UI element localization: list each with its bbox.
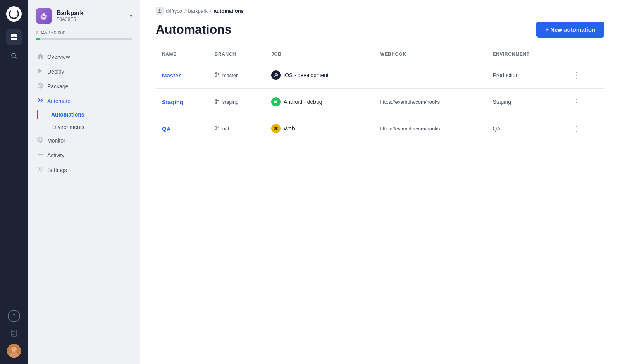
icon-rail: ? [0, 0, 28, 364]
usage-text: 2,345 / 50,000 [36, 30, 132, 36]
search-icon[interactable] [6, 48, 22, 64]
sidebar-item-automate[interactable]: Automate [33, 94, 135, 108]
job-label-1: Android - debug [284, 99, 322, 105]
svg-rect-2 [11, 38, 14, 40]
usage-bar [36, 38, 132, 40]
cell-environment-1: Staging [487, 89, 563, 115]
svg-rect-25 [38, 153, 43, 153]
svg-rect-3 [14, 38, 17, 40]
col-header-branch: BRANCH [208, 47, 265, 62]
svg-line-20 [40, 84, 43, 86]
webhook-dash-0: — [380, 72, 385, 78]
workspace-dropdown-chevron[interactable]: ▾ [130, 13, 132, 19]
sidebar-item-automations-label: Automations [51, 112, 84, 118]
svg-point-35 [275, 74, 277, 76]
home-icon [37, 53, 43, 61]
table-row: Staging staging Androi [156, 89, 604, 115]
svg-rect-27 [38, 156, 41, 156]
sidebar-item-settings-label: Settings [47, 167, 67, 173]
cell-branch-1: staging [208, 89, 265, 115]
workspace-name: Barkpark [57, 10, 125, 17]
grid-icon[interactable] [6, 29, 22, 45]
cell-job-1: Android - debug [265, 89, 374, 115]
breadcrumb: driftyco / barkpark / automations [140, 0, 620, 19]
cell-job-0: iOS - development [265, 62, 374, 89]
docs-icon[interactable] [6, 325, 22, 341]
cell-job-2: JS Web [265, 115, 374, 142]
sidebar-item-overview[interactable]: Overview [33, 50, 135, 64]
svg-marker-22 [40, 98, 43, 103]
settings-icon [37, 166, 43, 174]
workspace-info: Barkpark F0A38E5 [57, 10, 125, 22]
svg-marker-21 [38, 98, 41, 103]
package-icon [37, 82, 43, 90]
app-logo[interactable] [6, 6, 22, 22]
svg-point-30 [158, 12, 161, 14]
svg-point-32 [215, 76, 217, 77]
automation-link-1[interactable]: Staging [162, 99, 183, 105]
col-header-name: NAME [156, 47, 208, 62]
breadcrumb-current: automations [214, 8, 244, 14]
svg-line-5 [15, 57, 17, 58]
job-label-2: Web [284, 125, 295, 132]
sidebar-item-environments[interactable]: Environments [46, 121, 135, 133]
table-row: Master master iOS - de [156, 62, 604, 89]
svg-point-16 [45, 15, 47, 17]
cell-environment-2: QA [487, 115, 563, 142]
sidebar-item-deploy-label: Deploy [47, 69, 64, 75]
sidebar-item-automations[interactable]: Automations [46, 108, 135, 121]
svg-point-15 [41, 15, 43, 17]
svg-rect-26 [38, 154, 43, 155]
svg-line-39 [275, 100, 275, 101]
new-automation-button[interactable]: + New automation [536, 22, 604, 38]
job-badge-1 [271, 97, 281, 106]
cell-name-2: QA [156, 115, 208, 142]
svg-point-29 [159, 9, 161, 11]
svg-point-42 [215, 129, 217, 130]
automation-link-2[interactable]: QA [162, 125, 171, 132]
user-avatar[interactable] [7, 344, 21, 358]
row-more-button-2[interactable]: ⋮ [570, 122, 584, 135]
main-content: driftyco / barkpark / automations Automa… [140, 0, 620, 364]
sidebar-item-activity[interactable]: Activity [33, 148, 135, 163]
workspace-icon [36, 8, 52, 24]
help-icon[interactable]: ? [8, 310, 20, 322]
cell-name-0: Master [156, 62, 208, 89]
svg-marker-24 [39, 139, 41, 141]
branch-icon-1 [215, 99, 220, 105]
cell-actions-0: ⋮ [563, 62, 604, 89]
breadcrumb-org[interactable]: driftyco [166, 8, 182, 14]
row-more-button-1[interactable]: ⋮ [570, 96, 584, 108]
sidebar-item-deploy[interactable]: Deploy [33, 64, 135, 79]
svg-rect-1 [14, 34, 17, 37]
cell-webhook-0: — [374, 62, 487, 89]
page-header: Automations + New automation [140, 19, 620, 47]
breadcrumb-sep-2: / [210, 8, 212, 14]
svg-point-13 [42, 13, 45, 16]
row-more-button-0[interactable]: ⋮ [570, 69, 584, 81]
webhook-url-2: https://example/com/hooks [380, 126, 440, 132]
cell-name-1: Staging [156, 89, 208, 115]
col-header-environment: ENVIRONMENT [487, 47, 563, 62]
sidebar-item-monitor[interactable]: Monitor [33, 133, 135, 148]
table-header-row: NAME BRANCH JOB WEBHOOK ENVIRONMENT [156, 47, 604, 62]
automation-link-0[interactable]: Master [162, 72, 181, 79]
usage-fill [36, 38, 40, 40]
nav-section: Overview Deploy Package [28, 46, 140, 364]
branch-label-2: uat [222, 126, 229, 132]
svg-marker-17 [38, 69, 42, 73]
sidebar-item-package[interactable]: Package [33, 79, 135, 94]
workspace-id: F0A38E5 [57, 17, 125, 22]
breadcrumb-project[interactable]: barkpark [188, 8, 208, 14]
sidebar-item-settings[interactable]: Settings [33, 163, 135, 177]
cell-actions-2: ⋮ [563, 115, 604, 142]
job-badge-2: JS [271, 124, 281, 133]
table-row: QA uat JS Web [156, 115, 604, 142]
col-header-webhook: WEBHOOK [374, 47, 487, 62]
cell-branch-2: uat [208, 115, 265, 142]
breadcrumb-org-icon [156, 7, 164, 15]
sidebar-item-monitor-label: Monitor [47, 137, 65, 144]
workspace-header: Barkpark F0A38E5 ▾ [28, 0, 140, 30]
webhook-url-1: https://example/com/hooks [380, 99, 440, 105]
col-header-job: JOB [265, 47, 374, 62]
